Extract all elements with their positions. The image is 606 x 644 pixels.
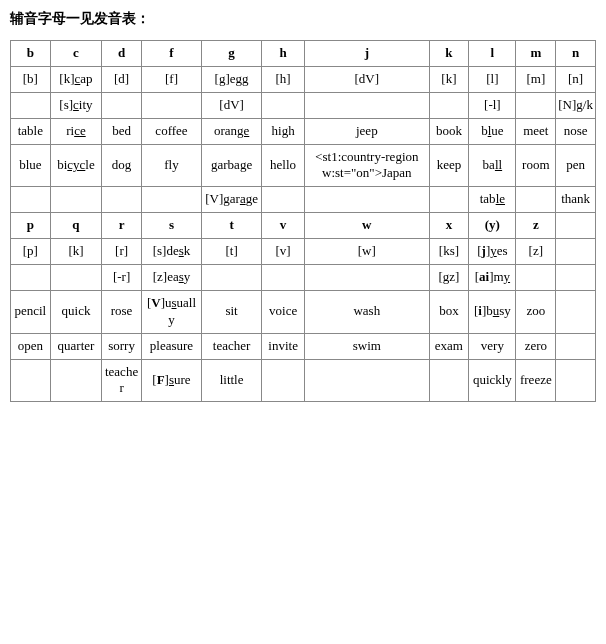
col-header: w	[305, 213, 430, 239]
pronunciation-table: bcdfghjklmn[b][k]cap[d][f][g]egg[h][dV][…	[10, 40, 596, 402]
cell: [dV]	[305, 66, 430, 92]
cell	[556, 290, 596, 333]
cell	[262, 187, 305, 213]
col-header: b	[11, 41, 51, 67]
cell: [v]	[262, 239, 305, 265]
cell	[516, 265, 556, 291]
cell	[141, 187, 201, 213]
col-header: k	[429, 41, 469, 67]
cell: [gz]	[429, 265, 469, 291]
cell: teacher	[202, 333, 262, 359]
cell	[305, 92, 430, 118]
cell: [j]yes	[469, 239, 516, 265]
col-header: s	[141, 213, 201, 239]
page-title: 辅音字母一见发音表：	[10, 10, 596, 28]
cell: [k]cap	[50, 66, 102, 92]
cell: swim	[305, 333, 430, 359]
cell: bicycle	[50, 144, 102, 187]
cell: orange	[202, 118, 262, 144]
cell: quickly	[469, 359, 516, 402]
cell: sorry	[102, 333, 142, 359]
cell: [n]	[556, 66, 596, 92]
cell	[262, 92, 305, 118]
cell: [i]busy	[469, 290, 516, 333]
col-header	[556, 213, 596, 239]
cell: [k]	[50, 239, 102, 265]
cell: table	[11, 118, 51, 144]
cell: freeze	[516, 359, 556, 402]
cell: [t]	[202, 239, 262, 265]
cell: sit	[202, 290, 262, 333]
cell: jeep	[305, 118, 430, 144]
cell	[556, 239, 596, 265]
cell: wash	[305, 290, 430, 333]
cell: blue	[11, 144, 51, 187]
cell: hello	[262, 144, 305, 187]
cell: [ks]	[429, 239, 469, 265]
cell: [N]g/k	[556, 92, 596, 118]
cell	[11, 359, 51, 402]
cell: [k]	[429, 66, 469, 92]
cell: teacher	[102, 359, 142, 402]
cell	[141, 92, 201, 118]
cell	[50, 359, 102, 402]
cell: thank	[556, 187, 596, 213]
cell: voice	[262, 290, 305, 333]
cell	[305, 187, 430, 213]
cell: nose	[556, 118, 596, 144]
col-header: c	[50, 41, 102, 67]
cell: [g]egg	[202, 66, 262, 92]
cell: [r]	[102, 239, 142, 265]
cell	[516, 92, 556, 118]
cell	[429, 359, 469, 402]
col-header: n	[556, 41, 596, 67]
cell	[262, 359, 305, 402]
cell: dog	[102, 144, 142, 187]
cell: open	[11, 333, 51, 359]
cell: coffee	[141, 118, 201, 144]
cell: pencil	[11, 290, 51, 333]
col-header: f	[141, 41, 201, 67]
cell: fly	[141, 144, 201, 187]
col-header: r	[102, 213, 142, 239]
col-header: q	[50, 213, 102, 239]
col-header: j	[305, 41, 430, 67]
cell: [f]	[141, 66, 201, 92]
col-header: h	[262, 41, 305, 67]
cell: [b]	[11, 66, 51, 92]
cell: [F]sure	[141, 359, 201, 402]
cell	[429, 187, 469, 213]
cell: invite	[262, 333, 305, 359]
cell: exam	[429, 333, 469, 359]
cell: [dV]	[202, 92, 262, 118]
cell	[50, 187, 102, 213]
cell: table	[469, 187, 516, 213]
cell: blue	[469, 118, 516, 144]
cell: [w]	[305, 239, 430, 265]
col-header: g	[202, 41, 262, 67]
cell: [-r]	[102, 265, 142, 291]
cell: ball	[469, 144, 516, 187]
cell: rose	[102, 290, 142, 333]
cell	[102, 92, 142, 118]
cell	[11, 92, 51, 118]
cell: meet	[516, 118, 556, 144]
cell: [s]city	[50, 92, 102, 118]
cell	[305, 359, 430, 402]
cell: [V]usually	[141, 290, 201, 333]
cell: [s]desk	[141, 239, 201, 265]
cell	[516, 187, 556, 213]
cell: <st1:country-region w:st="on">Japan	[305, 144, 430, 187]
col-header: d	[102, 41, 142, 67]
cell: zero	[516, 333, 556, 359]
cell: [V]garage	[202, 187, 262, 213]
cell: pleasure	[141, 333, 201, 359]
cell: keep	[429, 144, 469, 187]
col-header: l	[469, 41, 516, 67]
cell: pen	[556, 144, 596, 187]
cell: rice	[50, 118, 102, 144]
cell: quick	[50, 290, 102, 333]
cell: [l]	[469, 66, 516, 92]
cell	[102, 187, 142, 213]
col-header: z	[516, 213, 556, 239]
